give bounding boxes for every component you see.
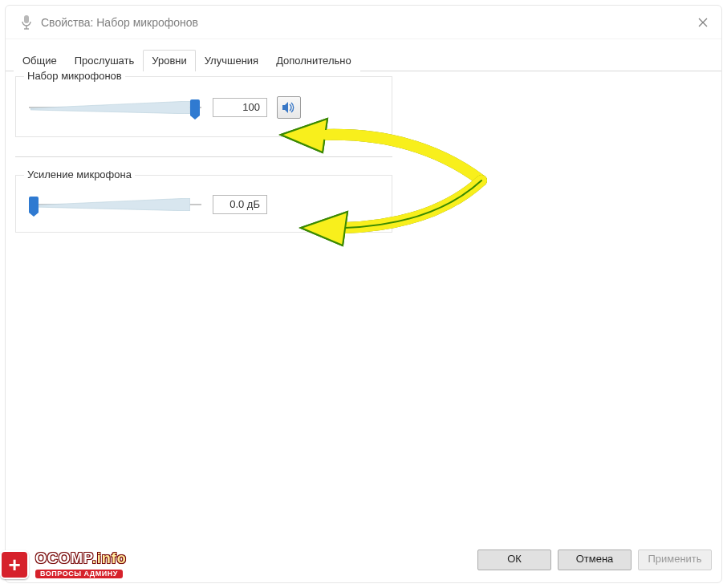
svg-marker-5 — [30, 101, 190, 114]
mic-level-value[interactable]: 100 — [213, 98, 267, 117]
divider — [15, 156, 392, 157]
tab-advanced[interactable]: Дополнительно — [267, 50, 360, 71]
group-mic-boost: Усиление микрофона 0.0 дБ — [15, 175, 392, 233]
tab-strip: Общие Прослушать Уровни Улучшения Дополн… — [6, 47, 721, 71]
tab-levels[interactable]: Уровни — [143, 50, 195, 71]
tab-listen[interactable]: Прослушать — [66, 50, 144, 71]
slider-thumb[interactable] — [29, 197, 39, 213]
mute-button[interactable] — [277, 96, 301, 119]
mic-boost-value[interactable]: 0.0 дБ — [213, 195, 267, 214]
watermark-badge: + OCOMP.info ВОПРОСЫ АДМИНУ — [0, 546, 127, 583]
microphone-icon — [20, 14, 33, 30]
tab-general[interactable]: Общие — [14, 50, 66, 71]
group-mic-level-title: Набор микрофонов — [24, 70, 125, 82]
close-button[interactable] — [684, 6, 721, 39]
cancel-button[interactable]: Отмена — [558, 549, 632, 570]
group-mic-boost-title: Усиление микрофона — [24, 168, 135, 180]
slider-thumb[interactable] — [190, 99, 200, 116]
svg-marker-6 — [282, 102, 288, 113]
properties-dialog: Свойства: Набор микрофонов Общие Прослуш… — [5, 5, 722, 583]
speaker-icon — [282, 101, 296, 114]
tab-content: Набор микрофонов 100 — [15, 76, 712, 537]
apply-button: Применить — [638, 549, 712, 570]
window-title: Свойства: Набор микрофонов — [41, 16, 198, 29]
watermark-line2: ВОПРОСЫ АДМИНУ — [35, 570, 123, 578]
watermark-line1: OCOMP.info — [35, 551, 127, 566]
group-mic-level: Набор микрофонов 100 — [15, 76, 392, 137]
ok-button[interactable]: ОК — [477, 549, 551, 570]
title-bar: Свойства: Набор микрофонов — [6, 6, 721, 39]
mic-level-slider[interactable] — [29, 99, 201, 116]
svg-rect-0 — [24, 15, 29, 23]
mic-boost-slider[interactable] — [29, 196, 201, 213]
tab-enhancements[interactable]: Улучшения — [196, 50, 267, 71]
svg-marker-7 — [30, 198, 190, 211]
plus-icon: + — [0, 550, 29, 579]
